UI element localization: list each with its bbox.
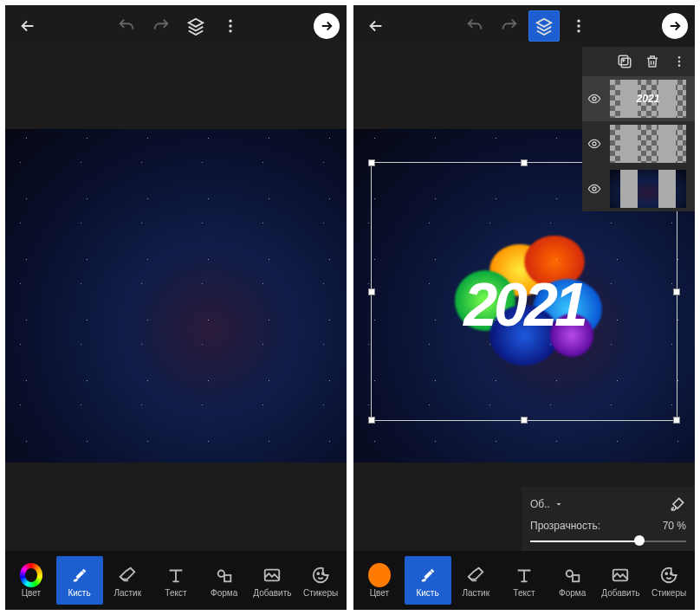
- svg-point-13: [678, 56, 681, 59]
- tool-label: Форма: [211, 588, 237, 598]
- text-icon: [165, 564, 187, 586]
- layer-item-text[interactable]: 2021: [582, 76, 695, 121]
- layers-button[interactable]: [180, 10, 211, 42]
- tool-eraser[interactable]: Ластик: [104, 556, 151, 605]
- tool-stickers[interactable]: Стикеры: [297, 556, 344, 605]
- brush-icon: [68, 564, 91, 586]
- top-toolbar: [5, 5, 347, 47]
- tool-shape[interactable]: Форма: [549, 556, 596, 605]
- redo-button[interactable]: [146, 10, 177, 42]
- tool-add[interactable]: Добавить: [597, 556, 644, 605]
- layer-item-background[interactable]: [582, 166, 695, 211]
- redo-button[interactable]: [494, 10, 525, 42]
- tool-color[interactable]: Цвет: [8, 556, 55, 605]
- sticker-icon: [658, 564, 680, 586]
- canvas-empty-top: [5, 47, 347, 129]
- tool-add[interactable]: Добавить: [249, 556, 295, 605]
- top-toolbar: [353, 5, 695, 47]
- more-button[interactable]: [563, 10, 594, 42]
- tool-eraser[interactable]: Ластик: [452, 556, 499, 605]
- tool-label: Кисть: [68, 588, 90, 598]
- brush-icon: [417, 564, 439, 586]
- tool-text[interactable]: Текст: [501, 556, 548, 605]
- canvas-area[interactable]: [5, 47, 347, 551]
- tool-label: Цвет: [22, 588, 41, 598]
- layer-options-panel: Об.. Прозрачность: 70 %: [522, 487, 695, 551]
- svg-point-2: [229, 29, 231, 32]
- layers-panel: 2021: [582, 47, 695, 211]
- svg-point-23: [671, 573, 672, 574]
- svg-point-10: [577, 29, 580, 32]
- shape-icon: [561, 564, 584, 586]
- chevron-down-icon: [554, 499, 564, 509]
- paint-splat-art: [429, 218, 619, 374]
- canvas-text-2021[interactable]: 2021: [463, 269, 585, 339]
- tool-label: Кисть: [416, 588, 438, 598]
- tool-label: Ластик: [462, 588, 489, 598]
- text-icon: [513, 564, 535, 586]
- image-add-icon: [609, 564, 632, 586]
- eraser-icon: [116, 564, 139, 586]
- visibility-icon[interactable]: [587, 92, 603, 106]
- layer-thumbnail: [610, 170, 686, 208]
- tool-label: Форма: [559, 588, 586, 598]
- bottom-toolbar: Цвет Кисть Ластик Текст Форма: [5, 551, 347, 610]
- svg-point-0: [229, 20, 231, 23]
- layer-more-icon[interactable]: [672, 55, 686, 68]
- tool-brush[interactable]: Кисть: [405, 556, 451, 605]
- svg-point-8: [577, 20, 580, 23]
- layer-thumb-text: 2021: [637, 93, 660, 105]
- screen-right: 2021: [353, 5, 695, 610]
- sticker-icon: [309, 564, 332, 586]
- tool-text[interactable]: Текст: [152, 556, 199, 605]
- svg-rect-4: [224, 575, 230, 581]
- visibility-icon[interactable]: [587, 137, 603, 151]
- undo-button[interactable]: [111, 10, 142, 42]
- back-button[interactable]: [12, 10, 43, 42]
- tool-shape[interactable]: Форма: [201, 556, 248, 605]
- color-wheel-icon: [20, 563, 42, 587]
- canvas-empty-bottom: [5, 463, 347, 551]
- tool-label: Добавить: [601, 588, 639, 598]
- back-button[interactable]: [360, 10, 392, 42]
- blend-mode-dropdown[interactable]: Об..: [530, 498, 564, 510]
- tool-label: Текст: [165, 588, 186, 598]
- svg-point-7: [322, 573, 324, 574]
- tool-color[interactable]: Цвет: [356, 556, 403, 605]
- forward-button[interactable]: [314, 13, 340, 39]
- layer-thumbnail: [610, 125, 686, 163]
- svg-point-6: [317, 573, 319, 574]
- more-button[interactable]: [215, 10, 246, 42]
- visibility-icon[interactable]: [587, 182, 603, 196]
- canvas-image: [5, 129, 347, 463]
- tool-stickers[interactable]: Стикеры: [645, 556, 692, 605]
- svg-point-1: [229, 24, 231, 27]
- tool-label: Стикеры: [651, 588, 686, 598]
- svg-point-15: [678, 64, 681, 67]
- add-layer-icon[interactable]: [617, 54, 632, 69]
- svg-point-9: [577, 24, 580, 27]
- tool-label: Ластик: [113, 588, 141, 598]
- delete-layer-icon[interactable]: [645, 54, 660, 69]
- svg-point-3: [217, 570, 224, 576]
- layer-thumbnail: 2021: [610, 80, 686, 118]
- opacity-label: Прозрачность:: [530, 520, 600, 532]
- opacity-slider[interactable]: [530, 534, 686, 547]
- layer-item-splat[interactable]: [582, 121, 695, 166]
- eraser-icon: [464, 564, 487, 586]
- svg-point-14: [678, 61, 681, 63]
- color-swatch-icon: [368, 563, 391, 587]
- image-add-icon: [261, 564, 283, 586]
- tool-label: Добавить: [253, 588, 291, 598]
- shape-icon: [213, 564, 236, 586]
- opacity-value: 70 %: [663, 520, 686, 532]
- mask-icon[interactable]: [669, 495, 686, 513]
- tool-label: Стикеры: [303, 588, 338, 598]
- blend-mode-label: Об..: [530, 498, 550, 510]
- undo-button[interactable]: [459, 10, 490, 42]
- layers-button[interactable]: [528, 10, 560, 42]
- forward-button[interactable]: [662, 13, 688, 39]
- tool-label: Цвет: [370, 588, 389, 598]
- tool-brush[interactable]: Кисть: [56, 556, 103, 605]
- tool-label: Текст: [513, 588, 535, 598]
